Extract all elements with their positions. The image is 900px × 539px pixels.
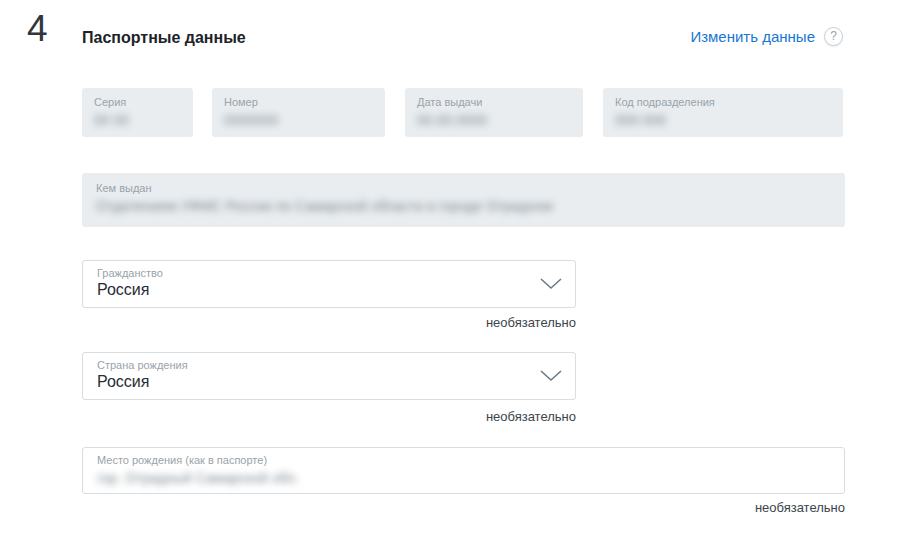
header-actions: Изменить данные ? [690,27,843,46]
field-seriya-value-redacted: 00 00 [94,112,181,128]
birth-country-value: Россия [97,373,535,391]
help-icon[interactable]: ? [824,27,843,46]
birth-place-field[interactable]: Место рождения (как в паспорте) гор. Отр… [82,447,845,494]
field-nomer-value-redacted: 0000000 [224,112,373,128]
citizenship-dropdown[interactable]: Гражданство Россия [82,260,576,308]
birth-country-dropdown[interactable]: Страна рождения Россия [82,352,576,400]
birth-place-label: Место рождения (как в паспорте) [97,454,830,466]
citizenship-label: Гражданство [97,267,535,279]
birth-country-optional-note: необязательно [82,409,576,424]
field-issued-by: Кем выдан Отделением УФМС России по Сама… [82,173,845,227]
field-nomer: Номер 0000000 [212,88,385,137]
field-issued-by-label: Кем выдан [96,182,831,194]
birth-country-label: Страна рождения [97,359,535,371]
birth-place-value-redacted: гор. Отрадный Самарской обл. [97,470,830,486]
page-title: Паспортные данные [82,29,246,47]
field-division-code: Код подразделения 000-000 [603,88,843,137]
citizenship-value: Россия [97,281,535,299]
field-division-code-value-redacted: 000-000 [615,112,831,128]
citizenship-optional-note: необязательно [82,315,576,330]
field-division-code-label: Код подразделения [615,96,831,108]
field-nomer-label: Номер [224,96,373,108]
chevron-down-icon [540,278,562,290]
field-issue-date-label: Дата выдачи [417,96,571,108]
chevron-down-icon [540,370,562,382]
step-number: 4 [27,8,48,50]
birth-place-optional-note: необязательно [82,500,845,515]
passport-fields-row: Серия 00 00 Номер 0000000 Дата выдачи 00… [82,88,843,137]
field-issue-date-value-redacted: 00.00.0000 [417,112,571,128]
field-seriya-label: Серия [94,96,181,108]
field-issue-date: Дата выдачи 00.00.0000 [405,88,583,137]
edit-data-link[interactable]: Изменить данные [690,28,815,45]
field-issued-by-value-redacted: Отделением УФМС России по Самарской обла… [96,198,831,214]
field-seriya: Серия 00 00 [82,88,193,137]
